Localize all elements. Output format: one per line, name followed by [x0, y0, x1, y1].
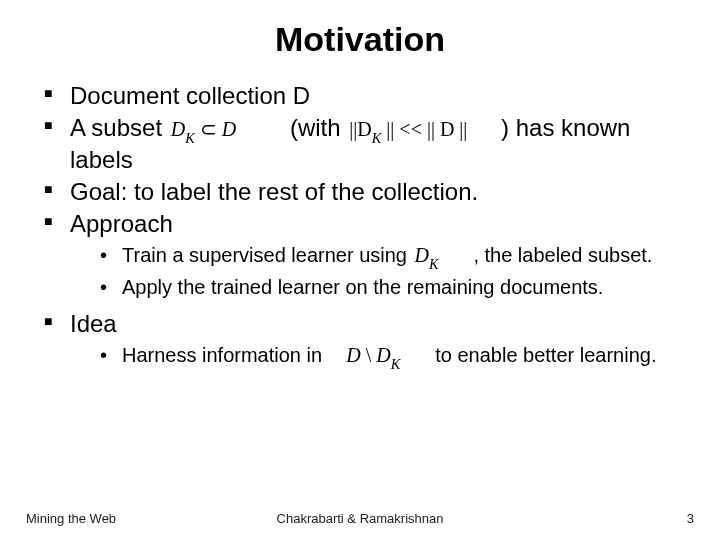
math-sub-k2: K [372, 130, 382, 146]
math-subset-icon: ⊂ [195, 118, 222, 140]
footer-center: Chakrabarti & Ramakrishnan [26, 511, 694, 526]
math-sub-k3: K [429, 256, 439, 272]
bullet-text: Approach [70, 210, 173, 237]
subbullet-train: Train a supervised learner using DK , th… [100, 243, 694, 271]
math-dk-subset-d: DK ⊂ D [169, 118, 244, 140]
bullet-text: Goal: to label the rest of the collectio… [70, 178, 478, 205]
bullet-text: to enable better learning. [435, 344, 656, 366]
math-var-d4: D [346, 344, 360, 366]
bullet-idea: Idea Harness information in D \ DK to en… [44, 309, 694, 371]
bullet-approach: Approach Train a supervised learner usin… [44, 209, 694, 301]
math-setminus-icon: \ [361, 344, 377, 366]
bullet-text: Idea [70, 310, 117, 337]
bullet-text: , the labeled subset. [473, 244, 652, 266]
approach-sublist: Train a supervised learner using DK , th… [70, 243, 694, 301]
bullet-text: (with [290, 114, 341, 141]
math-var-d3: D [415, 244, 429, 266]
math-var-d: D [171, 118, 185, 140]
math-norm-inequality: ||DK || << || D || [347, 118, 474, 140]
bullet-text: Train a supervised learner using [122, 244, 407, 266]
math-norm-dk: ||D [349, 118, 371, 140]
bullet-goal: Goal: to label the rest of the collectio… [44, 177, 694, 207]
math-var-d2: D [222, 118, 236, 140]
bullet-document-collection: Document collection D [44, 81, 694, 111]
bullet-text: Apply the trained learner on the remaini… [122, 276, 603, 298]
math-sub-k: K [185, 130, 195, 146]
slide-title: Motivation [26, 20, 694, 59]
math-norm-d: || << || D || [381, 118, 467, 140]
bullet-text: Harness information in [122, 344, 322, 366]
bullet-subset: A subset DK ⊂ D (with ||DK || << || D ||… [44, 113, 694, 175]
math-d-minus-dk: D \ DK [344, 344, 407, 366]
math-dk: DK [413, 244, 446, 266]
footer: Mining the Web Chakrabarti & Ramakrishna… [26, 511, 694, 526]
bullet-list: Document collection D A subset DK ⊂ D (w… [26, 81, 694, 371]
bullet-text: A subset [70, 114, 162, 141]
subbullet-harness: Harness information in D \ DK to enable … [100, 343, 694, 371]
math-sub-k4: K [391, 356, 401, 372]
bullet-text: Document collection D [70, 82, 310, 109]
idea-sublist: Harness information in D \ DK to enable … [70, 343, 694, 371]
math-var-d5: D [376, 344, 390, 366]
subbullet-apply: Apply the trained learner on the remaini… [100, 275, 694, 301]
slide: Motivation Document collection D A subse… [0, 0, 720, 540]
